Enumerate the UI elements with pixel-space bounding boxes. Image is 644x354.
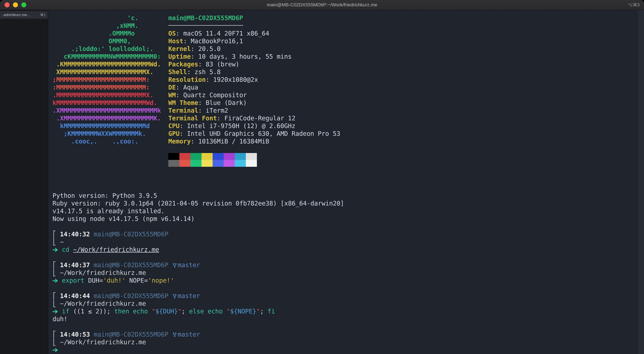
color-swatch	[168, 160, 179, 167]
color-swatch	[246, 153, 257, 160]
info-key: Shell	[168, 68, 187, 76]
info-key: Terminal	[168, 107, 198, 114]
prompt-host: main@MB-C02DX555MD6P	[90, 261, 168, 269]
prompt-host: main@MB-C02DX555MD6P	[90, 231, 168, 238]
color-swatch	[235, 153, 246, 160]
apple-ascii-logo: 'c. ,xNMM. .OMMMMo OMMM0, .;loddo:' lool…	[52, 14, 161, 145]
ascii-line: OMMM0,	[52, 37, 161, 45]
ascii-line: .XMMMMMMMMMMMMMMMMMMMMMMMMMMk	[52, 107, 161, 115]
info-row: Kernel: 20.5.0	[168, 45, 340, 53]
info-key: Resolution	[168, 76, 206, 83]
command-segment	[204, 308, 208, 315]
color-swatch	[190, 153, 202, 160]
version-output-lines: Python version: Python 3.9.5 Ruby versio…	[52, 192, 637, 223]
prompt-path: ~/Work/friedrichkurz.me	[60, 300, 146, 307]
window-shortcut-hint: ⌥⌘3	[628, 2, 640, 7]
zoom-button[interactable]	[21, 2, 26, 7]
command-segment: DUH=	[84, 277, 103, 284]
info-key: DE	[168, 84, 176, 91]
command-segment: echo	[208, 308, 223, 315]
window-body: ..edrichkurz.me... ⌘1 'c. ,xNMM. .OMMMMo…	[0, 10, 644, 354]
ascii-line: .cooc,. .,coo:.	[52, 138, 161, 145]
prompt-time: 14:40:32	[60, 231, 90, 238]
git-branch-icon	[172, 294, 177, 299]
info-key: OS	[168, 30, 176, 37]
prompt-header-line: ⎡ 14:40:53 main@MB-C02DX555MD6P master	[52, 331, 637, 339]
color-swatch	[202, 153, 212, 160]
command-line: if ((1 ≤ 2)); then echo "${DUH}"; else e…	[52, 308, 637, 315]
info-value: : Intel UHD Graphics 630, AMD Radeon Pro…	[180, 130, 340, 137]
info-value: : 83 (brew)	[198, 61, 239, 68]
close-button[interactable]	[4, 2, 10, 7]
info-value: : Quartz Compositor	[176, 92, 247, 99]
terminal-content[interactable]: 'c. ,xNMM. .OMMMMo OMMM0, .;loddo:' lool…	[48, 10, 637, 354]
prompt-time: 14:40:44	[60, 292, 90, 300]
command-segment: ((1 ≤ 2));	[70, 308, 114, 315]
bracket-bottom: ⎣	[52, 269, 60, 276]
info-row: WM Theme: Blue (Dark)	[168, 99, 340, 107]
ascii-line: .;loddo:' loolloddol;.	[52, 45, 161, 53]
prompt-header-line: ⎡ 14:40:44 main@MB-C02DX555MD6P master	[52, 292, 637, 300]
prompt-arrow-icon	[52, 246, 59, 253]
prompt-arrow-icon	[52, 308, 59, 315]
command-segment: ${NOPE}	[230, 308, 256, 315]
ascii-line: .KMMMMMMMMMMMMMMMMMMMMMMMWd.	[52, 60, 161, 68]
color-swatch	[235, 160, 246, 167]
command-segment: 'nope!'	[148, 277, 174, 284]
minimize-button[interactable]	[13, 2, 18, 7]
info-key: GPU	[168, 130, 180, 137]
ascii-line: ;MMMMMMMMMMMMMMMMMMMMMMMM:	[52, 76, 161, 84]
bracket-top: ⎡	[52, 331, 60, 338]
info-row: OS: macOS 11.4 20F71 x86_64	[168, 30, 340, 37]
bracket-bottom: ⎣	[52, 300, 60, 307]
info-value: : macOS 11.4 20F71 x86_64	[176, 30, 269, 37]
tab-item-friedrichkurz[interactable]: ..edrichkurz.me... ⌘1	[0, 11, 48, 19]
prompt-block: ⎡ 14:40:37 main@MB-C02DX555MD6P master⎣ …	[52, 261, 637, 284]
prompt-path: ~	[60, 238, 64, 246]
prompt-time: 14:40:37	[60, 261, 90, 269]
neofetch-output: 'c. ,xNMM. .OMMMMo OMMM0, .;loddo:' lool…	[52, 14, 637, 167]
scrollbar[interactable]	[637, 10, 644, 354]
info-row: Host: MacBookPro16,1	[168, 37, 340, 45]
color-swatch	[202, 160, 212, 167]
info-key: Host	[168, 37, 183, 45]
command-segment: "	[226, 308, 230, 315]
info-value: : Intel i7-9750H (12) @ 2.60GHz	[180, 122, 296, 130]
ascii-line: kMMMMMMMMMMMMMMMMMMMMMMd	[52, 122, 161, 130]
neofetch-host-title: main@MB-C02DX555MD6P	[168, 14, 340, 22]
neofetch-info-column: main@MB-C02DX555MD6P OS: macOS 11.4 20F7…	[168, 14, 340, 167]
command-output: duh!	[52, 315, 637, 323]
titlebar[interactable]: main@MB-C02DX555MD6P:~/Work/friedrichkur…	[0, 0, 644, 10]
info-row: DE: Aqua	[168, 84, 340, 91]
ascii-line: kMMMMMMMMMMMMMMMMMMMMMMMMWd.	[52, 99, 161, 107]
neofetch-separator-line	[168, 22, 340, 30]
prompt-block: ⎡ 14:40:44 main@MB-C02DX555MD6P master⎣ …	[52, 292, 637, 323]
ascii-line: :MMMMMMMMMMMMMMMMMMMMMMMM:	[52, 84, 161, 91]
command-segment: then	[114, 308, 129, 315]
ascii-line: ,xNMM.	[52, 22, 161, 30]
info-value: : 10 days, 3 hours, 55 mins	[191, 53, 292, 60]
info-row: Resolution: 1920x1080@2x	[168, 76, 340, 84]
ascii-line: ;KMMMMMMMWXXWMMMMMMMk.	[52, 130, 161, 138]
ascii-line: XMMMMMMMMMMMMMMMMMMMMMMMX.	[52, 68, 161, 76]
color-swatch	[190, 160, 202, 167]
neofetch-info-list: OS: macOS 11.4 20F71 x86_64Host: MacBook…	[168, 30, 340, 145]
git-branch: master	[172, 331, 200, 338]
tab-shortcut: ⌘1	[40, 13, 46, 17]
info-key: Terminal Font	[168, 115, 217, 122]
command-line: cd ~/Work/friedrichkurz.me	[52, 246, 637, 254]
command-segment: ;	[182, 308, 189, 315]
prompt-path-line: ⎣ ~/Work/friedrichkurz.me	[52, 269, 637, 277]
info-row: WM: Quartz Compositor	[168, 91, 340, 99]
terminal-color-palette	[168, 153, 340, 167]
command-line	[52, 346, 637, 354]
info-row: GPU: Intel UHD Graphics 630, AMD Radeon …	[168, 130, 340, 138]
ascii-line: .XMMMMMMMMMMMMMMMMMMMMMMMMK.	[52, 115, 161, 122]
command-segment: echo	[133, 308, 148, 315]
git-branch: master	[172, 261, 200, 269]
color-swatch	[168, 153, 179, 160]
command-segment: "	[152, 308, 156, 315]
palette-row-bright	[168, 160, 340, 167]
info-key: WM Theme	[168, 99, 198, 106]
prompt-arrow-icon	[52, 346, 59, 354]
